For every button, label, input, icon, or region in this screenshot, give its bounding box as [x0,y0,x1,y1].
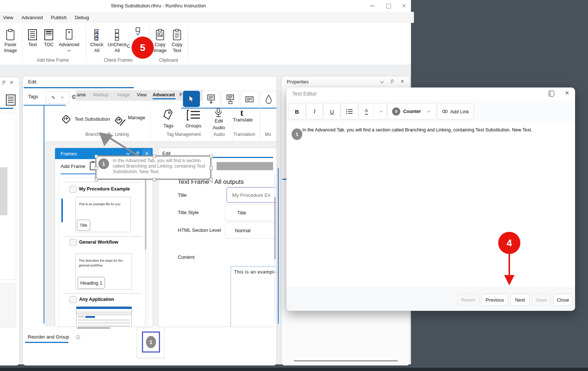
font-color-split-button[interactable]: A [358,103,387,120]
resize-handle[interactable] [153,178,156,181]
copy-image-icon [155,29,165,41]
frames-hscroll-indicator[interactable] [77,327,110,329]
dock-window-icon[interactable] [548,90,554,97]
frame-item-label[interactable]: Any Application [79,297,114,302]
callout-text: In the Advanced Tab, you will find a sec… [113,158,210,174]
frame-preview[interactable]: This is an example file for you. Title [75,197,131,232]
previous-button[interactable]: Previous [482,294,508,306]
text-editor-title: Text Editor [292,91,317,97]
text-substitution-button[interactable]: Text Substitution [75,116,110,122]
revert-button[interactable]: Revert [457,294,479,306]
select-tool-button[interactable] [183,91,200,107]
html-level-select[interactable]: Normal [225,222,276,238]
resize-handle[interactable] [153,155,156,158]
blur-tool-button[interactable] [260,91,276,108]
frame-checkbox[interactable] [69,296,77,303]
italic-button[interactable]: I [306,103,323,120]
resize-handle[interactable] [210,178,213,181]
chevron-down-icon[interactable] [380,110,383,113]
tag-style-dropdown[interactable]: ✎ [46,91,69,104]
pin-icon[interactable] [390,79,395,84]
step-4-arrow [503,254,515,286]
paste-image-button[interactable]: Paste Image [2,29,18,54]
resize-handle[interactable] [210,166,213,170]
close-button[interactable]: ✕ [398,2,409,10]
resize-handle[interactable] [95,166,98,170]
title-style-select[interactable]: Title [225,205,276,221]
font-color-icon: A [365,108,368,114]
scrollbar-thumb[interactable] [145,179,146,250]
edit-audio-button[interactable]: Edit Audio [212,118,225,131]
content-textarea[interactable]: This is an example [231,266,276,327]
resize-handle[interactable] [95,178,98,181]
uncheck-all-label: UnCheck All [106,42,128,54]
counter-dropdown-button[interactable]: # Counter [387,103,436,120]
form-toolbar-placeholder [217,162,273,170]
frame-screenshot-thumbnail[interactable] [76,306,132,327]
pin-icon[interactable] [1,80,6,85]
advanced-frame-button[interactable]: Advanced [58,29,81,52]
annotation-callout[interactable]: 1 In the Advanced Tab, you will find a s… [95,155,211,180]
bold-label: B [295,109,299,115]
title-input[interactable] [227,187,276,203]
menu-advanced[interactable]: Advanced [21,15,43,20]
groups-button[interactable]: Groups [186,123,201,128]
edit-audio-label-line2: Audio [212,124,225,131]
text-box-tool-button[interactable] [241,91,258,108]
minimize-button[interactable] [367,2,378,10]
chevron-down-icon[interactable] [380,81,384,83]
form-scrollbar[interactable] [274,174,276,322]
underline-button[interactable]: U [323,103,340,120]
text-frame-tab-icon[interactable] [6,95,16,106]
copy-image-button[interactable]: Copy Image [152,29,168,54]
info-icon[interactable]: ⓘ [76,334,80,341]
previous-label: Previous [486,297,504,303]
uncheck-all-button[interactable]: UnCheck All [106,29,128,54]
edit-panel-tab[interactable]: Edit [28,79,36,85]
text-frame-button[interactable]: Text [25,29,40,48]
inner-tab-markup[interactable]: Markup [93,92,109,97]
inner-tab-frame-partial[interactable]: ame [77,92,86,97]
callout-tool-button[interactable] [202,91,220,108]
copy-text-button[interactable]: Copy Text [169,29,185,54]
next-button[interactable]: Next [510,294,530,306]
frame-item-label[interactable]: My Procedure Example [79,186,130,192]
frame-item-label[interactable]: General Workflow [79,240,118,245]
inner-tab-image[interactable]: Image [117,92,130,97]
menu-debug[interactable]: Debug [75,15,89,20]
branch-callout-tool-button[interactable] [221,91,239,108]
maximize-button[interactable] [383,2,394,10]
inner-tab-next-partial[interactable]: F [180,92,183,97]
close-footer-button[interactable]: Close [553,294,572,306]
manage-button[interactable]: Manage [128,115,145,120]
frames-list-scrollbar[interactable] [145,179,146,326]
save-button[interactable]: Save [532,294,551,306]
translate-button[interactable]: Translate [233,117,253,123]
inner-tab-view[interactable]: View [137,92,147,97]
inner-tab-advanced[interactable]: Advanced [153,92,175,97]
selected-frame-indicator [61,199,63,222]
tags-button[interactable]: Tags [163,123,173,128]
add-new-frame-group-label: Add New Frame [25,58,81,63]
close-icon[interactable]: ✕ [400,79,404,84]
frame-checkbox[interactable] [69,239,77,246]
add-link-button[interactable]: Add Link [437,103,474,120]
frame-preview[interactable]: This describes the steps for the general… [75,254,132,290]
resize-handle[interactable] [210,155,213,158]
reorder-thumbnail-card[interactable]: 1 [137,328,164,358]
toc-frame-button[interactable]: TOC [41,29,56,48]
close-icon[interactable]: ✕ [565,90,570,96]
menu-view[interactable]: View [3,15,13,20]
resize-handle[interactable] [95,155,98,158]
scrollbar-thumb[interactable] [274,197,276,260]
frame-checkbox[interactable] [69,186,77,193]
close-icon[interactable]: ✕ [10,80,14,85]
add-frame-button[interactable]: Add Frame [61,164,85,169]
bullet-list-button[interactable] [341,103,358,120]
editor-content[interactable]: 1 In the Advanced Tab, you will find a s… [286,123,575,288]
menu-publish[interactable]: Publish [51,15,67,20]
check-all-button[interactable]: Check All [89,29,105,54]
text-editor-dialog: Text Editor ✕ B I U A # Counter [286,87,575,311]
bold-button[interactable]: B [288,103,306,120]
frame-preview-text: This is an example file for you. [79,202,128,206]
